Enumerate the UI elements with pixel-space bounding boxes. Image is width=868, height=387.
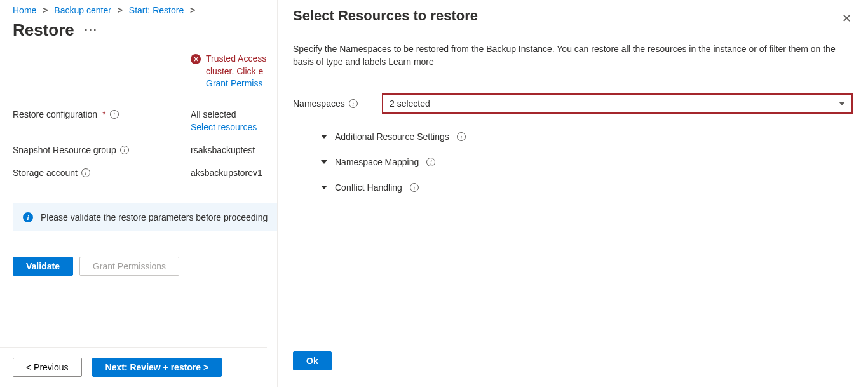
breadcrumb-backup-center[interactable]: Backup center	[54, 5, 111, 15]
required-icon: *	[102, 109, 105, 119]
chevron-down-icon	[321, 186, 327, 189]
chevron-down-icon	[321, 135, 327, 139]
namespaces-dropdown[interactable]: 2 selected	[382, 93, 853, 114]
error-line1: Trusted Access	[206, 53, 266, 64]
panel-description: Specify the Namespaces to be restored fr…	[293, 43, 839, 68]
breadcrumb-start-restore[interactable]: Start: Restore	[129, 5, 184, 15]
storage-account-label: Storage account	[13, 168, 78, 178]
chevron-down-icon	[839, 102, 845, 105]
previous-button[interactable]: < Previous	[13, 358, 82, 377]
conflict-handling-label: Conflict Handling	[335, 182, 402, 193]
namespace-mapping-label: Namespace Mapping	[335, 157, 419, 167]
info-icon[interactable]: i	[81, 168, 90, 177]
error-line2: cluster. Click e	[206, 66, 263, 76]
info-icon: i	[23, 212, 33, 222]
info-icon[interactable]: i	[410, 183, 419, 192]
breadcrumb-sep-icon: >	[43, 5, 48, 15]
info-icon[interactable]: i	[457, 132, 466, 141]
info-icon[interactable]: i	[110, 110, 119, 119]
validate-button[interactable]: Validate	[13, 257, 73, 276]
breadcrumb-sep-icon: >	[190, 5, 195, 15]
more-actions-icon[interactable]: ···	[85, 24, 98, 37]
error-icon: ✕	[191, 54, 201, 64]
chevron-down-icon	[321, 160, 327, 164]
additional-settings-label: Additional Resource Settings	[335, 132, 449, 142]
info-icon[interactable]: i	[426, 158, 435, 166]
select-resources-panel: ✕ Select Resources to restore Specify th…	[277, 0, 868, 387]
conflict-handling-section[interactable]: Conflict Handling i	[321, 182, 853, 193]
breadcrumb-home[interactable]: Home	[13, 5, 36, 15]
error-grant-link[interactable]: Grant Permiss	[206, 78, 262, 88]
panel-title: Select Resources to restore	[293, 5, 853, 43]
next-button[interactable]: Next: Review + restore >	[92, 358, 222, 377]
restore-config-label: Restore configuration	[13, 109, 97, 119]
breadcrumb-sep-icon: >	[118, 5, 123, 15]
namespace-mapping-section[interactable]: Namespace Mapping i	[321, 157, 853, 167]
namespaces-label: Namespaces	[293, 98, 345, 109]
info-icon[interactable]: i	[120, 146, 129, 154]
info-bar-text: Please validate the restore parameters b…	[41, 212, 268, 222]
namespaces-dropdown-value: 2 selected	[390, 98, 430, 109]
additional-settings-section[interactable]: Additional Resource Settings i	[321, 132, 853, 142]
close-icon[interactable]: ✕	[839, 9, 854, 28]
page-title-text: Restore	[13, 20, 74, 40]
grant-permissions-button[interactable]: Grant Permissions	[79, 257, 179, 276]
ok-button[interactable]: Ok	[293, 351, 332, 370]
snapshot-rg-label: Snapshot Resource group	[13, 145, 116, 155]
info-icon[interactable]: i	[349, 99, 358, 108]
